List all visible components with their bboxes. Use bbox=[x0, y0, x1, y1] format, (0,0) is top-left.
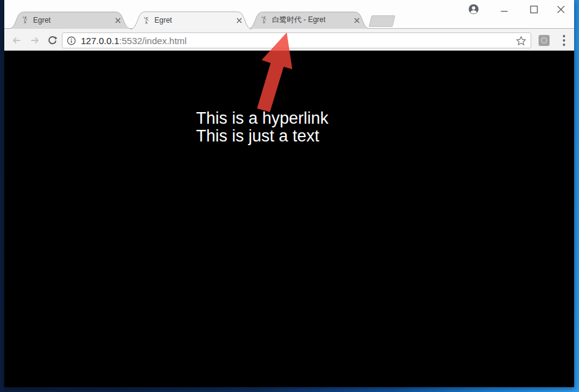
minimize-icon bbox=[501, 6, 508, 13]
page-text-block: This is a hyperlink This is just a text bbox=[196, 110, 328, 145]
star-outline-icon bbox=[516, 36, 526, 46]
tab-title: Egret bbox=[154, 10, 172, 29]
tab-title: Egret bbox=[33, 11, 51, 29]
plain-text: This is just a text bbox=[196, 127, 328, 145]
reload-button[interactable] bbox=[47, 35, 58, 46]
maximize-button[interactable] bbox=[529, 5, 539, 14]
tab-egret-2-active[interactable]: Egret bbox=[130, 10, 252, 29]
info-circle-icon bbox=[67, 36, 76, 45]
egret-favicon-icon bbox=[21, 15, 29, 24]
new-tab-button[interactable] bbox=[369, 15, 396, 27]
tab-close-button[interactable] bbox=[114, 17, 121, 24]
profile-button[interactable] bbox=[468, 4, 479, 15]
site-info-button[interactable] bbox=[67, 36, 76, 45]
tab-egret-era[interactable]: 白鹭时代 - Egret bbox=[248, 11, 370, 29]
forward-arrow-icon bbox=[29, 35, 40, 46]
page-content: This is a hyperlink This is just a text bbox=[4, 51, 574, 387]
close-icon bbox=[354, 18, 360, 23]
url-path: :5532/index.html bbox=[119, 36, 187, 46]
back-arrow-icon bbox=[11, 35, 22, 46]
close-icon bbox=[557, 6, 565, 13]
reload-icon bbox=[47, 36, 58, 46]
tab-title: 白鹭时代 - Egret bbox=[272, 11, 325, 29]
tab-strip: Egret 白鹭时代 - Egret bbox=[4, 0, 574, 29]
egret-favicon-icon bbox=[260, 15, 268, 24]
tab-close-button[interactable] bbox=[353, 17, 360, 24]
close-icon bbox=[237, 18, 242, 23]
url-text: 127.0.0.1:5532/index.html bbox=[81, 36, 187, 46]
tab-egret-1[interactable]: Egret bbox=[9, 11, 131, 29]
forward-button[interactable] bbox=[29, 35, 40, 46]
browser-toolbar: 127.0.0.1:5532/index.html bbox=[4, 29, 574, 51]
extension-button[interactable] bbox=[538, 34, 550, 47]
url-host: 127.0.0.1 bbox=[81, 36, 119, 46]
bookmark-button[interactable] bbox=[516, 36, 526, 46]
address-bar[interactable]: 127.0.0.1:5532/index.html bbox=[62, 32, 531, 48]
minimize-button[interactable] bbox=[499, 5, 509, 15]
tab-close-button[interactable] bbox=[235, 17, 243, 24]
menu-button[interactable] bbox=[561, 34, 567, 47]
desktop-wallpaper: Egret 白鹭时代 - Egret bbox=[0, 0, 579, 392]
person-circle-icon bbox=[468, 4, 479, 15]
egret-favicon-icon bbox=[142, 16, 151, 24]
close-icon bbox=[115, 18, 121, 23]
maximize-icon bbox=[530, 6, 538, 13]
extension-icon bbox=[538, 34, 550, 47]
browser-window: Egret 白鹭时代 - Egret bbox=[4, 0, 574, 387]
kebab-menu-icon bbox=[562, 34, 566, 47]
back-button[interactable] bbox=[11, 35, 22, 46]
close-window-button[interactable] bbox=[556, 5, 566, 14]
hyperlink-text[interactable]: This is a hyperlink bbox=[196, 110, 328, 127]
